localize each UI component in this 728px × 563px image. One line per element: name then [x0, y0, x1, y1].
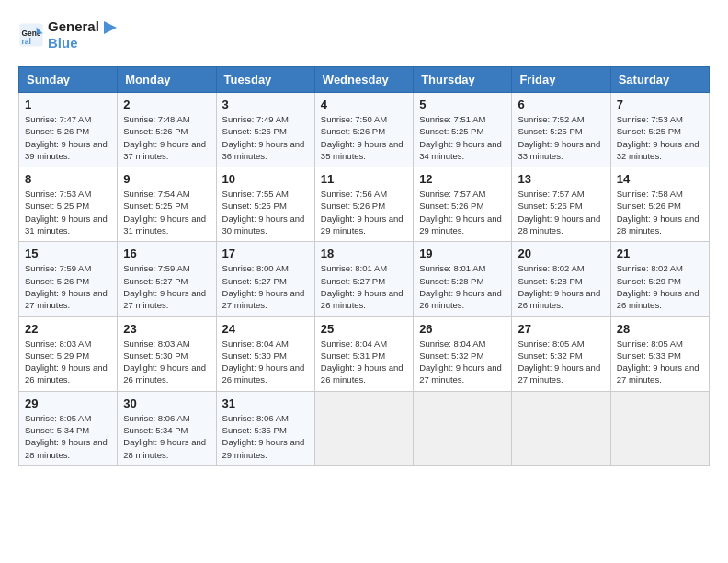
day-detail: Sunrise: 7:57 AMSunset: 5:26 PMDaylight:… [419, 188, 506, 236]
table-row: 21 Sunrise: 8:02 AMSunset: 5:29 PMDaylig… [610, 242, 709, 316]
table-row: 7 Sunrise: 7:53 AMSunset: 5:25 PMDayligh… [610, 93, 709, 167]
day-detail: Sunrise: 8:04 AMSunset: 5:32 PMDaylight:… [419, 338, 506, 386]
day-detail: Sunrise: 8:00 AMSunset: 5:27 PMDaylight:… [222, 262, 309, 311]
day-detail: Sunrise: 8:06 AMSunset: 5:35 PMDaylight:… [222, 412, 309, 461]
day-detail: Sunrise: 8:06 AMSunset: 5:34 PMDaylight:… [123, 412, 210, 461]
day-number: 3 [222, 98, 309, 111]
day-number: 14 [617, 172, 703, 186]
day-number: 20 [518, 247, 604, 260]
day-detail: Sunrise: 7:47 AMSunset: 5:26 PMDaylight:… [25, 113, 111, 162]
table-row: 26 Sunrise: 8:04 AMSunset: 5:32 PMDaylig… [414, 316, 512, 391]
weekday-header-thursday: Thursday [414, 67, 512, 93]
table-row: 12 Sunrise: 7:57 AMSunset: 5:26 PMDaylig… [414, 167, 512, 242]
day-number: 25 [321, 322, 407, 336]
table-row: 27 Sunrise: 8:05 AMSunset: 5:32 PMDaylig… [512, 316, 610, 391]
day-detail: Sunrise: 7:50 AMSunset: 5:26 PMDaylight:… [321, 113, 407, 162]
weekday-header-saturday: Saturday [610, 67, 709, 93]
day-number: 31 [222, 396, 309, 410]
page-header: Gene ral General Blue [18, 18, 710, 52]
svg-text:ral: ral [22, 37, 31, 46]
day-number: 24 [222, 322, 309, 336]
weekday-header-friday: Friday [512, 67, 610, 93]
day-number: 23 [123, 322, 210, 336]
day-number: 4 [321, 98, 407, 111]
table-row: 3 Sunrise: 7:49 AMSunset: 5:26 PMDayligh… [216, 93, 314, 167]
day-detail: Sunrise: 7:51 AMSunset: 5:25 PMDaylight:… [419, 113, 506, 162]
table-row: 24 Sunrise: 8:04 AMSunset: 5:30 PMDaylig… [216, 316, 314, 391]
table-row: 2 Sunrise: 7:48 AMSunset: 5:26 PMDayligh… [118, 93, 216, 167]
day-detail: Sunrise: 7:54 AMSunset: 5:25 PMDaylight:… [123, 188, 210, 236]
day-number: 9 [123, 172, 210, 186]
day-detail: Sunrise: 7:52 AMSunset: 5:25 PMDaylight:… [518, 113, 604, 162]
table-row: 6 Sunrise: 7:52 AMSunset: 5:25 PMDayligh… [512, 93, 610, 167]
day-detail: Sunrise: 8:02 AMSunset: 5:29 PMDaylight:… [617, 262, 703, 311]
day-detail: Sunrise: 7:55 AMSunset: 5:25 PMDaylight:… [222, 188, 309, 236]
day-number: 11 [321, 172, 407, 186]
day-detail: Sunrise: 7:53 AMSunset: 5:25 PMDaylight:… [25, 188, 111, 236]
day-detail: Sunrise: 8:03 AMSunset: 5:30 PMDaylight:… [123, 338, 210, 386]
table-row: 25 Sunrise: 8:04 AMSunset: 5:31 PMDaylig… [314, 316, 413, 391]
calendar-table: SundayMondayTuesdayWednesdayThursdayFrid… [18, 66, 710, 466]
table-row: 18 Sunrise: 8:01 AMSunset: 5:27 PMDaylig… [314, 242, 413, 316]
table-row: 17 Sunrise: 8:00 AMSunset: 5:27 PMDaylig… [216, 242, 314, 316]
day-number: 8 [25, 172, 111, 186]
day-detail: Sunrise: 8:02 AMSunset: 5:28 PMDaylight:… [518, 262, 604, 311]
table-row: 30 Sunrise: 8:06 AMSunset: 5:34 PMDaylig… [118, 391, 216, 465]
table-row: 29 Sunrise: 8:05 AMSunset: 5:34 PMDaylig… [19, 391, 118, 465]
day-number: 2 [123, 98, 210, 111]
day-detail: Sunrise: 8:05 AMSunset: 5:34 PMDaylight:… [25, 412, 111, 461]
day-number: 22 [25, 322, 111, 336]
day-number: 21 [617, 247, 703, 260]
day-number: 19 [419, 247, 506, 260]
day-detail: Sunrise: 8:01 AMSunset: 5:27 PMDaylight:… [321, 262, 407, 311]
day-detail: Sunrise: 7:53 AMSunset: 5:25 PMDaylight:… [617, 113, 703, 162]
day-detail: Sunrise: 7:59 AMSunset: 5:26 PMDaylight:… [25, 262, 111, 311]
day-detail: Sunrise: 8:04 AMSunset: 5:31 PMDaylight:… [321, 338, 407, 386]
day-detail: Sunrise: 8:05 AMSunset: 5:32 PMDaylight:… [518, 338, 604, 386]
day-detail: Sunrise: 8:05 AMSunset: 5:33 PMDaylight:… [617, 338, 703, 386]
weekday-header-sunday: Sunday [19, 67, 118, 93]
day-number: 26 [419, 322, 506, 336]
day-number: 13 [518, 172, 604, 186]
table-row: 9 Sunrise: 7:54 AMSunset: 5:25 PMDayligh… [118, 167, 216, 242]
day-number: 7 [617, 98, 703, 111]
table-row: 5 Sunrise: 7:51 AMSunset: 5:25 PMDayligh… [414, 93, 512, 167]
day-number: 1 [25, 98, 111, 111]
logo-icon: Gene ral [18, 22, 44, 48]
table-row: 16 Sunrise: 7:59 AMSunset: 5:27 PMDaylig… [118, 242, 216, 316]
table-row: 13 Sunrise: 7:57 AMSunset: 5:26 PMDaylig… [512, 167, 610, 242]
table-row: 15 Sunrise: 7:59 AMSunset: 5:26 PMDaylig… [19, 242, 118, 316]
table-row: 28 Sunrise: 8:05 AMSunset: 5:33 PMDaylig… [610, 316, 709, 391]
table-row: 11 Sunrise: 7:56 AMSunset: 5:26 PMDaylig… [314, 167, 413, 242]
day-number: 10 [222, 172, 309, 186]
weekday-header-monday: Monday [118, 67, 216, 93]
day-number: 18 [321, 247, 407, 260]
day-number: 15 [25, 247, 111, 260]
day-number: 28 [617, 322, 703, 336]
day-number: 17 [222, 247, 309, 260]
table-row: 14 Sunrise: 7:58 AMSunset: 5:26 PMDaylig… [610, 167, 709, 242]
day-detail: Sunrise: 7:57 AMSunset: 5:26 PMDaylight:… [518, 188, 604, 236]
table-row: 19 Sunrise: 8:01 AMSunset: 5:28 PMDaylig… [414, 242, 512, 316]
day-detail: Sunrise: 7:56 AMSunset: 5:26 PMDaylight:… [321, 188, 407, 236]
table-row: 1 Sunrise: 7:47 AMSunset: 5:26 PMDayligh… [19, 93, 118, 167]
table-row [314, 391, 413, 465]
day-detail: Sunrise: 8:03 AMSunset: 5:29 PMDaylight:… [25, 338, 111, 386]
day-number: 12 [419, 172, 506, 186]
table-row: 10 Sunrise: 7:55 AMSunset: 5:25 PMDaylig… [216, 167, 314, 242]
day-detail: Sunrise: 8:04 AMSunset: 5:30 PMDaylight:… [222, 338, 309, 386]
day-number: 5 [419, 98, 506, 111]
weekday-header-wednesday: Wednesday [314, 67, 413, 93]
table-row [610, 391, 709, 465]
day-number: 6 [518, 98, 604, 111]
logo: Gene ral General Blue [18, 18, 117, 52]
svg-marker-4 [104, 21, 117, 34]
table-row [414, 391, 512, 465]
day-number: 30 [123, 396, 210, 410]
table-row: 31 Sunrise: 8:06 AMSunset: 5:35 PMDaylig… [216, 391, 314, 465]
day-detail: Sunrise: 7:49 AMSunset: 5:26 PMDaylight:… [222, 113, 309, 162]
day-detail: Sunrise: 7:59 AMSunset: 5:27 PMDaylight:… [123, 262, 210, 311]
weekday-header-tuesday: Tuesday [216, 67, 314, 93]
day-number: 29 [25, 396, 111, 410]
table-row: 23 Sunrise: 8:03 AMSunset: 5:30 PMDaylig… [118, 316, 216, 391]
